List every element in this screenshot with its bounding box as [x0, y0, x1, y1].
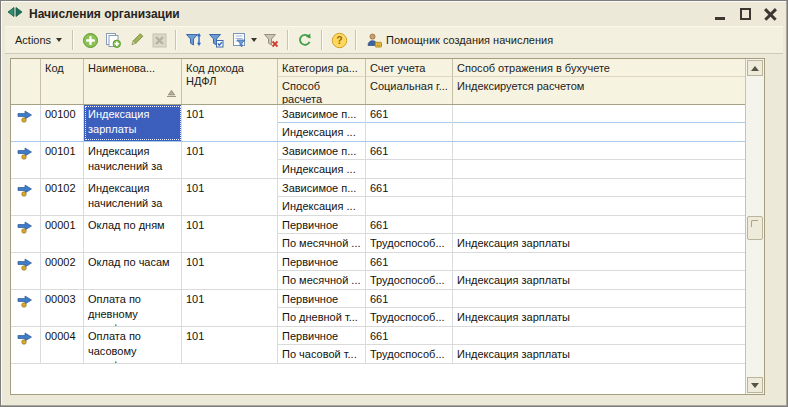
cell-name[interactable]: Индексация зарплаты — [84, 105, 182, 141]
scrollbar-thumb[interactable] — [747, 216, 763, 240]
cell-category-top[interactable]: Зависимое п... — [278, 179, 365, 197]
cell-reflection-top[interactable] — [453, 290, 745, 308]
assistant-button[interactable]: Помощник создания начисления — [362, 30, 557, 50]
close-icon[interactable] — [764, 8, 777, 20]
cell-reflection-top[interactable] — [453, 142, 745, 160]
header-account[interactable]: Счет учета — [366, 59, 453, 77]
filter-history-caret-icon[interactable] — [251, 38, 257, 42]
cell-calc-method[interactable]: По месячной ... — [278, 271, 365, 289]
table-row[interactable]: 00001 Оклад по дням 101 ПервичноеПо меся… — [11, 216, 745, 253]
cell-name[interactable]: Оплата по часовому тарифу — [84, 327, 182, 363]
add-copy-button[interactable] — [102, 29, 124, 51]
cell-code[interactable]: 00004 — [41, 327, 84, 363]
cell-reflection[interactable] — [453, 142, 745, 178]
filter-history-button[interactable] — [228, 29, 250, 51]
cell-category-top[interactable]: Зависимое п... — [278, 105, 365, 123]
cell-name[interactable]: Оплата по дневному тарифу — [84, 290, 182, 326]
cell-category-top[interactable]: Первичное — [278, 216, 365, 234]
cell-ndfl[interactable]: 101 — [182, 290, 278, 326]
cell-category[interactable]: ПервичноеПо месячной ... — [278, 253, 366, 289]
cell-calc-method[interactable]: Индексация ... — [278, 123, 365, 141]
cell-indexation[interactable]: Индексация зарплаты — [453, 234, 745, 252]
cell-category-top[interactable]: Первичное — [278, 253, 365, 271]
cell-category[interactable]: ПервичноеПо часовой т... — [278, 327, 366, 363]
cell-calc-method[interactable]: Индексация ... — [278, 160, 365, 178]
add-button[interactable] — [79, 29, 101, 51]
header-icon-column[interactable] — [11, 59, 41, 104]
cell-ndfl[interactable]: 101 — [182, 105, 278, 141]
cell-name[interactable]: Оклад по часам — [84, 253, 182, 289]
header-ndfl[interactable]: Код дохода НДФЛ — [182, 59, 278, 104]
cell-reflection-top[interactable] — [453, 179, 745, 197]
cell-calc-method[interactable]: По дневной т... — [278, 308, 365, 326]
cell-name[interactable]: Индексация начислений за — [84, 179, 182, 215]
edit-button[interactable] — [125, 29, 147, 51]
help-button[interactable]: ? — [328, 29, 350, 51]
cell-code[interactable]: 00003 — [41, 290, 84, 326]
cell-category-top[interactable]: Первичное — [278, 327, 365, 345]
cell-reflection[interactable]: Индексация зарплаты — [453, 290, 745, 326]
header-name[interactable]: Наименова... — [84, 59, 182, 104]
cell-name[interactable]: Оклад по дням — [84, 216, 182, 252]
vertical-scrollbar[interactable] — [745, 59, 764, 394]
cell-reflection[interactable]: Индексация зарплаты — [453, 253, 745, 289]
cell-account[interactable]: 661Трудоспособ... — [366, 327, 453, 363]
cell-account[interactable]: 661Трудоспособ... — [366, 216, 453, 252]
cell-account-top[interactable]: 661 — [366, 179, 452, 197]
table-row[interactable]: 00101 Индексация начислений за 101 Завис… — [11, 142, 745, 179]
cell-account-top[interactable]: 661 — [366, 290, 452, 308]
cell-calc-method[interactable]: По часовой т... — [278, 345, 365, 363]
cell-reflection-top[interactable] — [453, 105, 745, 123]
table-row[interactable]: 00102 Индексация начислений за 101 Завис… — [11, 179, 745, 216]
filter-sort-button[interactable] — [182, 29, 204, 51]
header-social[interactable]: Социальная г... — [366, 77, 453, 104]
filter-clear-button[interactable] — [260, 29, 282, 51]
cell-account[interactable]: 661Трудоспособ... — [366, 290, 453, 326]
cell-account[interactable]: 661 — [366, 142, 453, 178]
cell-reflection-top[interactable] — [453, 253, 745, 271]
cell-code[interactable]: 00001 — [41, 216, 84, 252]
cell-social[interactable] — [366, 123, 452, 141]
cell-code[interactable]: 00002 — [41, 253, 84, 289]
delete-button[interactable] — [148, 29, 170, 51]
cell-account[interactable]: 661 — [366, 105, 453, 141]
cell-account-top[interactable]: 661 — [366, 216, 452, 234]
cell-social[interactable]: Трудоспособ... — [366, 234, 452, 252]
cell-code[interactable]: 00100 — [41, 105, 84, 141]
cell-category[interactable]: ПервичноеПо дневной т... — [278, 290, 366, 326]
cell-calc-method[interactable]: Индексация ... — [278, 197, 365, 215]
cell-reflection[interactable] — [453, 179, 745, 215]
cell-reflection-top[interactable] — [453, 216, 745, 234]
scroll-down-button[interactable] — [747, 377, 763, 393]
cell-social[interactable]: Трудоспособ... — [366, 271, 452, 289]
cell-indexation[interactable]: Индексация зарплаты — [453, 308, 745, 326]
scroll-up-button[interactable] — [747, 60, 763, 76]
cell-social[interactable]: Трудоспособ... — [366, 308, 452, 326]
cell-account-top[interactable]: 661 — [366, 142, 452, 160]
refresh-button[interactable] — [294, 29, 316, 51]
cell-category-top[interactable]: Зависимое п... — [278, 142, 365, 160]
cell-category-top[interactable]: Первичное — [278, 290, 365, 308]
header-calc-method[interactable]: Способ расчета — [278, 77, 366, 104]
table-row[interactable]: 00002 Оклад по часам 101 ПервичноеПо мес… — [11, 253, 745, 290]
cell-social[interactable] — [366, 197, 452, 215]
minimize-icon[interactable] — [714, 8, 727, 20]
cell-ndfl[interactable]: 101 — [182, 216, 278, 252]
header-category[interactable]: Категория ра... — [278, 59, 366, 77]
actions-menu-button[interactable]: Actions — [10, 31, 67, 49]
header-indexation[interactable]: Индексируется расчетом — [453, 77, 745, 104]
table-row[interactable]: 00100 Индексация зарплаты 101 Зависимое … — [11, 105, 745, 142]
cell-indexation[interactable] — [453, 123, 745, 141]
cell-reflection[interactable]: Индексация зарплаты — [453, 327, 745, 363]
cell-ndfl[interactable]: 101 — [182, 327, 278, 363]
cell-ndfl[interactable]: 101 — [182, 142, 278, 178]
cell-code[interactable]: 00101 — [41, 142, 84, 178]
cell-indexation[interactable] — [453, 197, 745, 215]
cell-calc-method[interactable]: По месячной ... — [278, 234, 365, 252]
cell-account[interactable]: 661 — [366, 179, 453, 215]
cell-indexation[interactable]: Индексация зарплаты — [453, 345, 745, 363]
cell-indexation[interactable]: Индексация зарплаты — [453, 271, 745, 289]
cell-account[interactable]: 661Трудоспособ... — [366, 253, 453, 289]
header-code[interactable]: Код — [41, 59, 84, 104]
cell-name[interactable]: Индексация начислений за — [84, 142, 182, 178]
